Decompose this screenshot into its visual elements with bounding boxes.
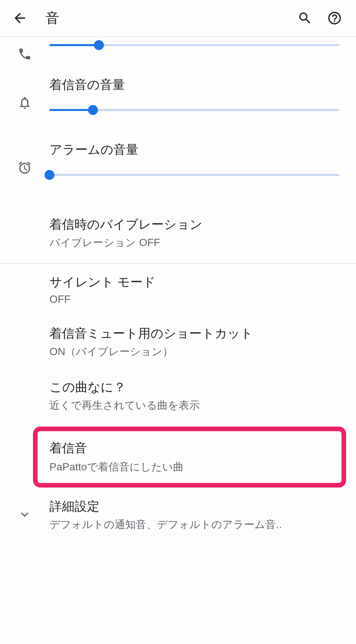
slider-thumb[interactable] xyxy=(44,170,54,180)
setting-title: 着信音 xyxy=(49,440,334,457)
help-button[interactable] xyxy=(320,11,349,26)
setting-subtitle: OFF xyxy=(49,293,340,305)
silent-mode-item[interactable]: サイレント モード OFF xyxy=(0,264,356,315)
phone-icon xyxy=(17,47,32,61)
setting-title: 着信音ミュート用のショートカット xyxy=(49,325,340,342)
chevron-down-icon xyxy=(17,507,32,522)
alarm-icon xyxy=(17,160,32,175)
setting-subtitle: PaPattoで着信音にしたい曲 xyxy=(49,460,334,474)
setting-subtitle: ON（バイブレーション） xyxy=(49,345,340,359)
help-icon xyxy=(327,11,342,26)
bell-icon xyxy=(17,96,32,110)
ring-volume-row: 着信音の音量 xyxy=(0,73,356,138)
advanced-item[interactable]: 詳細設定 デフォルトの通知音、デフォルトのアラーム音.. xyxy=(0,491,356,532)
search-icon xyxy=(297,11,312,26)
alarm-volume-slider[interactable] xyxy=(49,170,340,180)
setting-title: この曲なに？ xyxy=(49,379,340,396)
alarm-volume-row: アラームの音量 xyxy=(0,138,356,203)
arrow-back-icon xyxy=(12,10,28,26)
setting-title: サイレント モード xyxy=(49,274,340,291)
search-button[interactable] xyxy=(290,11,320,26)
call-volume-row xyxy=(0,37,356,73)
back-button[interactable] xyxy=(3,10,36,26)
mute-shortcut-item[interactable]: 着信音ミュート用のショートカット ON（バイブレーション） xyxy=(0,315,356,369)
call-volume-slider[interactable] xyxy=(49,40,340,50)
alarm-volume-label: アラームの音量 xyxy=(49,141,340,158)
ringtone-item-highlighted[interactable]: 着信音 PaPattoで着信音にしたい曲 xyxy=(33,427,346,488)
slider-thumb[interactable] xyxy=(88,105,98,115)
vibration-item[interactable]: 着信時のバイブレーション バイブレーション OFF xyxy=(0,203,356,263)
page-title: 音 xyxy=(45,9,290,27)
ring-volume-label: 着信音の音量 xyxy=(49,76,340,93)
now-playing-item[interactable]: この曲なに？ 近くで再生されている曲を表示 xyxy=(0,369,356,423)
setting-title: 詳細設定 xyxy=(49,498,353,515)
setting-subtitle: 近くで再生されている曲を表示 xyxy=(49,398,340,413)
content: 着信音の音量 アラームの音量 着信時のバイブレーション バイブレーション OFF xyxy=(0,37,356,532)
setting-subtitle: バイブレーション OFF xyxy=(49,236,340,250)
setting-title: 着信時のバイブレーション xyxy=(49,216,340,233)
app-header: 音 xyxy=(0,0,356,37)
slider-thumb[interactable] xyxy=(94,40,104,50)
setting-subtitle: デフォルトの通知音、デフォルトのアラーム音.. xyxy=(49,518,353,532)
ring-volume-slider[interactable] xyxy=(49,105,340,115)
